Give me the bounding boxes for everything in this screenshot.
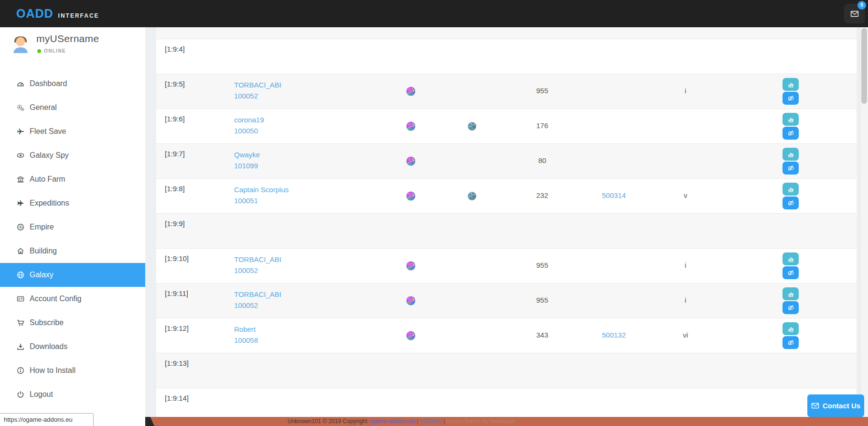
player-id-link[interactable]: 100052	[234, 90, 281, 101]
player-name-link[interactable]: Qwayke	[234, 149, 260, 160]
spy-button[interactable]	[782, 162, 799, 175]
scrollbar-thumb[interactable]	[861, 28, 867, 104]
row-actions	[782, 148, 799, 175]
row-actions	[782, 183, 799, 209]
activity-value: 343	[514, 331, 571, 339]
player-id-link[interactable]: 101099	[234, 160, 260, 171]
table-row: [1:9:5] TORBACI_ABI 100052 955 i	[156, 74, 857, 109]
sidebar-item-icon	[17, 343, 24, 350]
user-status: ONLINE	[37, 48, 66, 54]
player-cell: Qwayke 101099	[234, 149, 260, 171]
player-id-link[interactable]: 100051	[234, 195, 289, 206]
stats-button[interactable]	[782, 78, 799, 91]
stats-button[interactable]	[782, 252, 799, 265]
spy-button[interactable]	[782, 92, 799, 105]
moon-icon	[467, 121, 477, 131]
player-name-link[interactable]: Robert	[234, 324, 258, 335]
table-row: [1:9:12] Robert 100058 343 500132 vi	[156, 318, 857, 353]
spy-button[interactable]	[782, 301, 799, 314]
player-id-link[interactable]: 100058	[234, 335, 258, 346]
sidebar-item-galaxy[interactable]: Galaxy	[0, 263, 145, 287]
coordinates-label: [1:9:4]	[165, 45, 185, 53]
footer-text: Unknown101 © 2019 Copyright ogame-addons…	[288, 417, 515, 426]
player-name-link[interactable]: corona19	[234, 114, 264, 125]
messages-button[interactable]: 0	[844, 4, 865, 23]
table-row: [1:9:7] Qwayke 101099 80	[156, 143, 857, 178]
coordinates-label: [1:9:5]	[165, 80, 185, 88]
sidebar-item-logout[interactable]: Logout	[0, 382, 145, 406]
sidebar-item-fleet-save[interactable]: Fleet Save	[0, 120, 145, 143]
stats-button[interactable]	[782, 183, 799, 196]
sidebar-item-general[interactable]: General	[0, 96, 145, 120]
player-cell: Robert 100058	[234, 324, 258, 346]
player-id-link[interactable]: 100052	[234, 265, 281, 276]
player-cell: TORBACI_ABI 100052	[234, 289, 281, 311]
player-id-link[interactable]: 100052	[234, 300, 281, 311]
spy-button[interactable]	[782, 127, 799, 140]
sidebar-item-label: Account Config	[30, 295, 82, 303]
sidebar-item-label: Expeditions	[30, 199, 69, 208]
footer-site-link[interactable]: ogame-addons.eu	[369, 418, 415, 425]
footer-wedge	[145, 417, 154, 426]
stats-button[interactable]	[782, 287, 799, 300]
sidebar-item-subscribe[interactable]: Subscribe	[0, 311, 145, 335]
sidebar-item-downloads[interactable]: Downloads	[0, 335, 145, 359]
sidebar-item-label: Empire	[30, 223, 54, 231]
sidebar-item-label: Galaxy Spy	[30, 151, 69, 160]
sidebar-item-galaxy-spy[interactable]: Galaxy Spy	[0, 143, 145, 167]
table-row: [1:9:8] Captain Scorpius 100051 232 5003…	[156, 178, 857, 213]
sidebar-item-auto-farm[interactable]: Auto Farm	[0, 167, 145, 191]
moon-id-link[interactable]: 500314	[585, 191, 643, 199]
activity-value: 955	[514, 87, 571, 95]
brand-name: OADD	[16, 7, 54, 21]
contact-us-label: Contact Us	[823, 402, 860, 410]
sidebar-item-expeditions[interactable]: Expeditions	[0, 191, 145, 215]
spy-button[interactable]	[782, 266, 799, 279]
player-name-link[interactable]: TORBACI_ABI	[234, 254, 281, 265]
rank-label: v	[657, 191, 714, 199]
spy-button[interactable]	[782, 197, 799, 209]
player-name-link[interactable]: Captain Scorpius	[234, 184, 289, 195]
sidebar-item-label: General	[30, 103, 57, 112]
row-actions	[782, 113, 799, 140]
contact-us-button[interactable]: Contact Us	[807, 394, 864, 417]
sidebar-item-icon	[17, 104, 24, 111]
rank-label: i	[657, 261, 714, 269]
spy-button[interactable]	[782, 336, 799, 349]
eye-slash-icon	[787, 95, 794, 102]
activity-value: 955	[514, 261, 571, 269]
stats-button[interactable]	[782, 113, 799, 126]
coordinates-label: [1:9:10]	[165, 254, 189, 262]
player-name-link[interactable]: TORBACI_ABI	[234, 79, 281, 90]
eye-slash-icon	[787, 164, 794, 172]
sidebar-menu: Dashboard General Fleet Save Galaxy Spy …	[0, 68, 145, 406]
coordinates-label: [1:9:14]	[165, 394, 189, 402]
player-name-link[interactable]: TORBACI_ABI	[234, 289, 281, 300]
sidebar-item-label: Logout	[30, 390, 53, 399]
sidebar-item-account-config[interactable]: Account Config	[0, 287, 145, 311]
sidebar-item-label: Galaxy	[30, 271, 54, 279]
sidebar-item-how-to-install[interactable]: How to Install	[0, 359, 145, 382]
sidebar-item-label: Auto Farm	[30, 175, 65, 184]
sidebar-item-icon	[17, 80, 24, 87]
player-cell: Captain Scorpius 100051	[234, 184, 289, 206]
stats-button[interactable]	[782, 148, 799, 161]
vertical-scrollbar[interactable]	[860, 27, 868, 417]
table-row: [1:9:13]	[156, 353, 857, 388]
coordinates-label: [1:9:12]	[165, 324, 189, 332]
sidebar-item-icon	[17, 199, 24, 207]
moon-id-link[interactable]: 500132	[585, 331, 643, 339]
player-cell: TORBACI_ABI 100052	[234, 254, 281, 276]
coordinates-label: [1:9:9]	[165, 219, 185, 228]
stats-icon	[787, 290, 794, 297]
stats-icon	[787, 151, 794, 158]
stats-button[interactable]	[782, 322, 799, 335]
player-cell: corona19 100050	[234, 114, 264, 136]
online-dot	[37, 49, 41, 53]
sidebar-item-dashboard[interactable]: Dashboard	[0, 72, 145, 96]
activity-value: 232	[514, 191, 571, 199]
sidebar-item-building[interactable]: Building	[0, 239, 145, 263]
player-id-link[interactable]: 100050	[234, 125, 264, 136]
sidebar-item-icon	[17, 391, 24, 398]
sidebar-item-empire[interactable]: Empire	[0, 215, 145, 239]
